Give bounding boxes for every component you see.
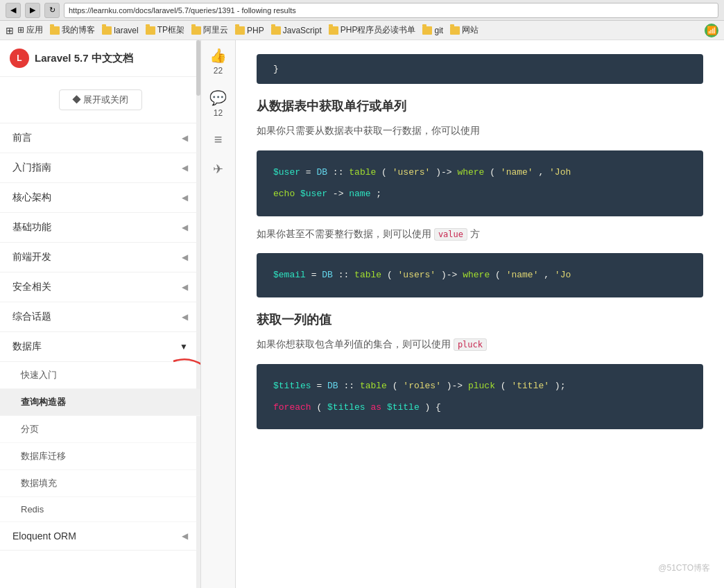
sidebar-item-topics[interactable]: 综合话题 ◀ — [0, 302, 200, 332]
toc-button[interactable]: ≡ — [214, 132, 223, 148]
folder-icon — [102, 26, 112, 35]
sidebar-item-database[interactable]: 数据库 ▼ — [0, 332, 200, 362]
sidebar-item-label: 核心架构 — [12, 191, 51, 204]
toggle-button[interactable]: ◆ 展开或关闭 — [59, 89, 142, 110]
url-bar[interactable] — [64, 3, 718, 18]
folder-icon — [450, 26, 460, 35]
nav-arrow-icon: ◀ — [182, 163, 188, 173]
sidebar-item-preface[interactable]: 前言 ◀ — [0, 123, 200, 153]
value-inline-code: value — [434, 228, 467, 241]
sidebar-subitem-migrations[interactable]: 数据库迁移 — [0, 443, 200, 470]
pluck-inline-code: pluck — [454, 338, 487, 351]
code-block-1: $user = DB :: table ( 'users' )-> where … — [257, 150, 703, 216]
nav-arrow-icon: ◀ — [182, 252, 188, 262]
folder-icon — [235, 26, 245, 35]
bookmarks-bar: ⊞ ⊞ 应用 我的博客 laravel TP框架 阿里云 PHP JavaScr… — [0, 21, 724, 40]
sidebar-logo: L — [10, 49, 29, 68]
browser-chrome: ◀ ▶ ↻ — [0, 0, 724, 21]
nav-arrow-down-icon: ▼ — [180, 342, 188, 352]
apps-bookmark[interactable]: ⊞ ⊞ 应用 — [6, 24, 43, 36]
sidebar-item-security[interactable]: 安全相关 ◀ — [0, 273, 200, 302]
main-content: } 从数据表中获取单行或单列 如果你只需要从数据表中获取一行数据，你可以使用 $… — [236, 40, 724, 588]
nav-arrow-icon: ◀ — [182, 312, 188, 322]
section1-text: 如果你只需要从数据表中获取一行数据，你可以使用 — [257, 123, 703, 139]
sidebar-subitem-redis[interactable]: Redis — [0, 497, 200, 522]
sidebar-item-label: 安全相关 — [12, 281, 51, 293]
right-sidebar: 👍 22 💬 12 ≡ ✈ — [201, 40, 236, 588]
folder-icon — [191, 26, 201, 35]
bookmark-website[interactable]: 网站 — [450, 24, 479, 36]
code-line: foreach ( $titles as $title ) { — [273, 399, 687, 415]
folder-icon — [146, 26, 155, 35]
nav-arrow-icon: ◀ — [182, 133, 188, 143]
sidebar-item-label: 数据库 — [12, 340, 42, 353]
bookmark-php[interactable]: PHP — [235, 26, 264, 35]
code-block-closing: } — [257, 54, 703, 84]
wifi-icon: 📶 — [705, 24, 718, 37]
refresh-button[interactable]: ↻ — [44, 3, 60, 18]
content-area: 👍 22 💬 12 ≡ ✈ } 从数据表中获取单行或单列 如果你只需 — [201, 40, 724, 588]
code-line: echo $user -> name ; — [273, 186, 687, 202]
sidebar: L Laravel 5.7 中文文档 ◆ 展开或关闭 前言 ◀ 入门指南 ◀ 核… — [0, 40, 201, 588]
share-icon: ✈ — [213, 162, 223, 177]
code-block-3: $titles = DB :: table ( 'roles' )-> pluc… — [257, 364, 703, 430]
like-button[interactable]: 👍 22 — [209, 47, 227, 76]
apps-icon: ⊞ — [6, 25, 14, 36]
nav-arrow-icon: ◀ — [182, 193, 188, 202]
comment-button[interactable]: 💬 12 — [209, 89, 227, 118]
sidebar-subitem-quickstart[interactable]: 快速入门 — [0, 362, 200, 389]
sidebar-scrollbar-thumb[interactable] — [196, 40, 200, 96]
back-button[interactable]: ◀ — [6, 3, 21, 18]
apps-label: ⊞ 应用 — [17, 24, 43, 36]
sidebar-item-label: 前言 — [12, 132, 32, 144]
sidebar-subitem-query-builder[interactable]: 查询构造器 — [0, 389, 200, 416]
folder-icon — [329, 26, 338, 35]
bookmark-aliyun[interactable]: 阿里云 — [191, 24, 228, 36]
folder-icon — [271, 26, 281, 35]
sidebar-item-getting-started[interactable]: 入门指南 ◀ — [0, 153, 200, 183]
bookmark-js[interactable]: JavaScript — [271, 26, 322, 35]
sidebar-scrollbar[interactable] — [196, 40, 200, 588]
section3-text: 如果你想获取包含单列值的集合，则可以使用 pluck — [257, 336, 703, 353]
code-line: $email = DB :: table ( 'users' )-> where… — [273, 267, 687, 283]
sidebar-header: L Laravel 5.7 中文文档 — [0, 40, 200, 77]
comment-count: 12 — [214, 108, 223, 118]
nav-arrow-icon: ◀ — [182, 282, 188, 292]
nav-arrow-icon: ◀ — [182, 531, 188, 541]
sidebar-item-label: 基础功能 — [12, 221, 51, 234]
bookmark-tp[interactable]: TP框架 — [146, 24, 184, 36]
sidebar-item-eloquent[interactable]: Eloquent ORM ◀ — [0, 522, 200, 551]
comment-icon: 💬 — [209, 89, 227, 106]
toc-icon: ≡ — [214, 132, 223, 148]
sidebar-subitem-pagination[interactable]: 分页 — [0, 416, 200, 443]
bookmark-phpbooks[interactable]: PHP程序员必读书单 — [329, 24, 416, 36]
sidebar-item-label: 入门指南 — [12, 162, 51, 174]
folder-icon — [422, 26, 432, 35]
sidebar-title: Laravel 5.7 中文文档 — [35, 52, 133, 65]
folder-icon — [50, 26, 60, 35]
closing-brace: } — [273, 64, 279, 74]
bookmark-git[interactable]: git — [422, 26, 443, 35]
code-line: $user = DB :: table ( 'users' )-> where … — [273, 164, 687, 180]
bookmark-myblog[interactable]: 我的博客 — [50, 24, 95, 36]
nav-arrow-icon: ◀ — [182, 223, 188, 232]
sidebar-item-label: 综合话题 — [12, 311, 51, 323]
watermark: @51CTO博客 — [658, 562, 710, 574]
main-container: L Laravel 5.7 中文文档 ◆ 展开或关闭 前言 ◀ 入门指南 ◀ 核… — [0, 40, 724, 588]
sidebar-item-label: Eloquent ORM — [12, 530, 76, 542]
code-block-2: $email = DB :: table ( 'users' )-> where… — [257, 253, 703, 297]
like-icon: 👍 — [209, 47, 227, 64]
sidebar-item-architecture[interactable]: 核心架构 ◀ — [0, 183, 200, 213]
forward-button[interactable]: ▶ — [25, 3, 40, 18]
section1-title: 从数据表中获取单行或单列 — [257, 98, 703, 114]
sidebar-subitem-seeding[interactable]: 数据填充 — [0, 470, 200, 497]
sidebar-item-label: 前端开发 — [12, 251, 51, 263]
section3-title: 获取一列的值 — [257, 311, 703, 328]
code-line: $titles = DB :: table ( 'roles' )-> pluc… — [273, 378, 687, 394]
bookmark-laravel[interactable]: laravel — [102, 26, 138, 35]
section2-text: 如果你甚至不需要整行数据，则可以使用 value 方 — [257, 226, 703, 243]
sidebar-item-frontend[interactable]: 前端开发 ◀ — [0, 243, 200, 273]
share-button[interactable]: ✈ — [213, 162, 223, 177]
red-arrow-container: 查询构造器 — [0, 389, 200, 416]
sidebar-item-basics[interactable]: 基础功能 ◀ — [0, 213, 200, 243]
